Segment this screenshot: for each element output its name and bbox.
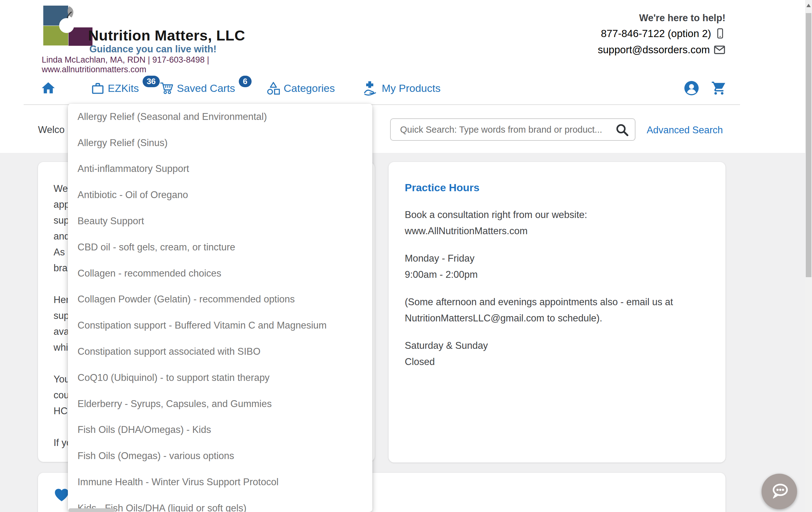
hand-plus-icon bbox=[364, 81, 379, 95]
practice-hours-title: Practice Hours bbox=[405, 179, 709, 196]
nav-categories[interactable]: Categories bbox=[266, 79, 335, 98]
dropdown-item[interactable]: Collagen Powder (Gelatin) - recommended … bbox=[68, 286, 372, 313]
quick-search-input[interactable] bbox=[390, 118, 635, 141]
contact-phone-number: 877-846-7122 (option 2) bbox=[601, 28, 711, 39]
dropdown-item[interactable]: Allergy Relief (Sinus) bbox=[68, 130, 372, 156]
cart-button[interactable] bbox=[711, 79, 727, 98]
ezkits-dropdown-menu: Allergy Relief (Seasonal and Environment… bbox=[68, 104, 372, 512]
contact-headline: We're here to help! bbox=[639, 12, 725, 24]
practice-hours-paragraph: Saturday & SundayClosed bbox=[405, 338, 709, 370]
dropdown-item[interactable]: Constipation support - Buffered Vitamin … bbox=[68, 312, 372, 339]
dropdown-item[interactable]: Fish Oils (Omegas) - various options bbox=[68, 443, 372, 469]
dropdown-item[interactable]: CBD oil - soft gels, cream, or tincture bbox=[68, 234, 372, 260]
dropdown-item[interactable]: Elderberry - Syrups, Capsules, and Gummi… bbox=[68, 391, 372, 417]
brand-credit: Linda McLachlan, MA, RDN | 917-603-8498 … bbox=[42, 55, 280, 75]
chat-bubble-icon bbox=[769, 481, 790, 502]
advanced-search-link[interactable]: Advanced Search bbox=[647, 124, 723, 136]
company-logo[interactable]: Nutrition Matters, LLC Guidance you can … bbox=[0, 0, 280, 67]
dropdown-item[interactable]: Immune Health - Winter Virus Support Pro… bbox=[68, 469, 372, 495]
dropdown-item[interactable]: Anti-inflammatory Support bbox=[68, 156, 372, 182]
horizontal-scrollbar-thumb[interactable] bbox=[68, 508, 115, 512]
welcome-text: Welco bbox=[38, 124, 65, 136]
dropdown-item[interactable]: Beauty Support bbox=[68, 208, 372, 234]
dropdown-item[interactable]: Antibiotic - Oil of Oregano bbox=[68, 182, 372, 208]
vertical-scrollbar-thumb[interactable] bbox=[806, 13, 811, 277]
dropdown-item[interactable]: Allergy Relief (Seasonal and Environment… bbox=[68, 104, 372, 130]
nav-my-products-label: My Products bbox=[382, 82, 440, 94]
account-button[interactable] bbox=[684, 79, 699, 98]
heart-icon bbox=[54, 487, 70, 503]
briefcase-icon bbox=[91, 81, 105, 95]
scrollbar-up-arrow[interactable] bbox=[806, 4, 811, 7]
home-icon bbox=[40, 80, 56, 96]
search-icon[interactable] bbox=[615, 123, 629, 137]
smartphone-icon bbox=[715, 27, 725, 40]
category-icon bbox=[266, 81, 281, 95]
practice-hours-paragraph: (Some afternoon and evenings appointment… bbox=[405, 294, 709, 326]
practice-hours-paragraph: Book a consultation right from our websi… bbox=[405, 207, 709, 239]
ezkits-count-badge: 36 bbox=[143, 76, 160, 87]
home-button[interactable] bbox=[40, 79, 56, 98]
dropdown-item[interactable]: CoQ10 (Ubiquinol) - to support statin th… bbox=[68, 365, 372, 391]
nav-saved-carts[interactable]: Saved Carts 6 bbox=[160, 79, 252, 98]
nav-my-products[interactable]: My Products bbox=[364, 79, 440, 98]
nav-categories-label: Categories bbox=[284, 82, 335, 94]
dropdown-item[interactable]: Constipation support associated with SIB… bbox=[68, 339, 372, 365]
shopping-cart-icon bbox=[711, 80, 727, 96]
saved-carts-count-badge: 6 bbox=[239, 76, 251, 87]
apple-leaf-icon bbox=[58, 6, 80, 34]
chat-button[interactable] bbox=[761, 474, 797, 509]
contact-email[interactable]: support@dssorders.com bbox=[598, 44, 725, 56]
dropdown-item[interactable]: Fish Oils (DHA/Omegas) - Kids bbox=[68, 417, 372, 443]
brand-name: Nutrition Matters, LLC bbox=[88, 27, 245, 44]
nav-saved-carts-label: Saved Carts bbox=[177, 82, 235, 94]
envelope-icon bbox=[714, 45, 725, 55]
contact-email-address: support@dssorders.com bbox=[598, 44, 710, 56]
contact-phone[interactable]: 877-846-7122 (option 2) bbox=[601, 27, 725, 40]
dropdown-item[interactable]: Collagen - recommended choices bbox=[68, 260, 372, 286]
cart-outline-icon bbox=[160, 81, 174, 95]
practice-hours-paragraph: Monday - Friday9:00am - 2:00pm bbox=[405, 250, 709, 283]
practice-hours-card: Practice Hours Book a consultation right… bbox=[388, 162, 725, 462]
nav-ezkits[interactable]: EZKits 36 bbox=[91, 79, 160, 98]
account-circle-icon bbox=[684, 80, 699, 96]
nav-ezkits-label: EZKits bbox=[108, 82, 139, 94]
brand-tagline: Guidance you can live with! bbox=[89, 44, 216, 55]
